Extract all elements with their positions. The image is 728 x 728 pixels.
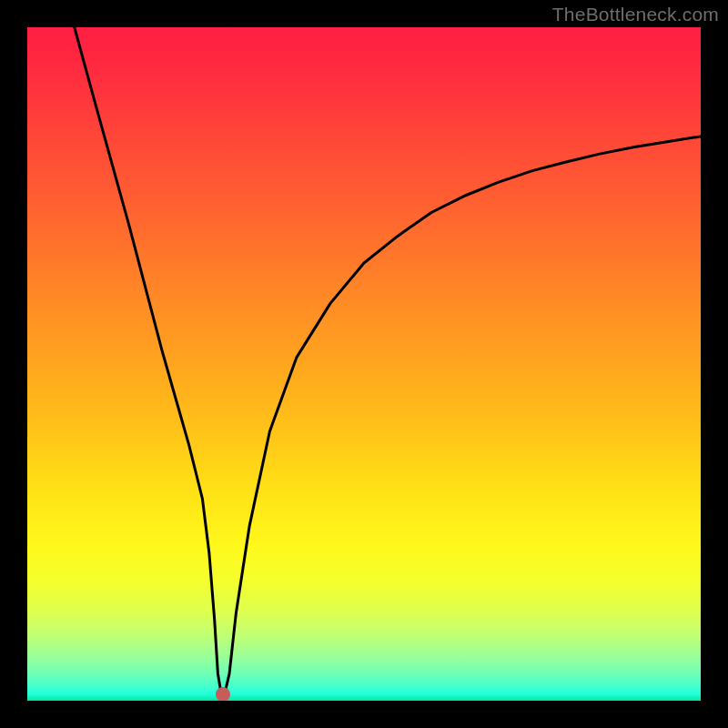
watermark-text: TheBottleneck.com [552, 4, 719, 25]
chart-frame: TheBottleneck.com [0, 0, 728, 728]
optimum-marker [216, 687, 230, 701]
bottleneck-curve [27, 27, 701, 701]
plot-area [27, 27, 701, 701]
